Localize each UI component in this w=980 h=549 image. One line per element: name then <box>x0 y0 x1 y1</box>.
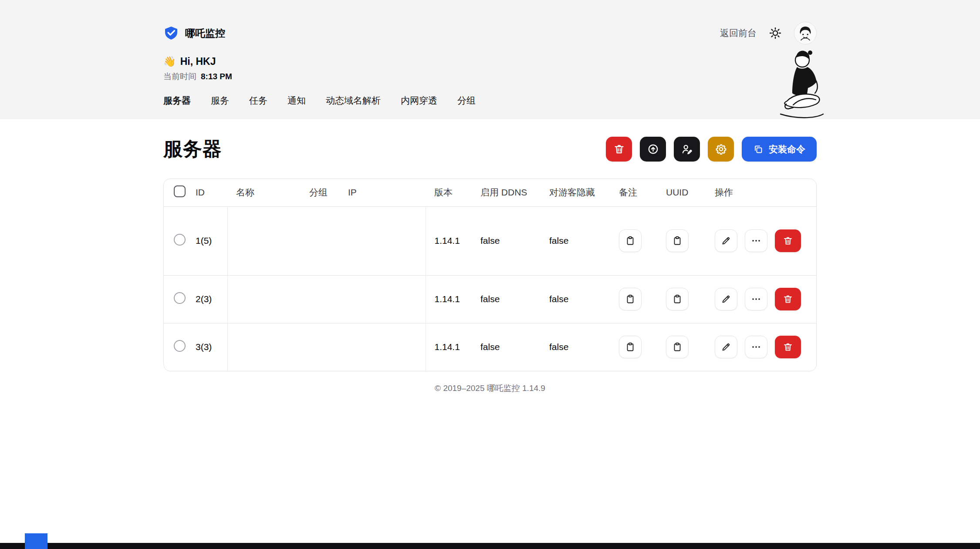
cell-group <box>301 206 339 275</box>
trash-icon <box>613 143 625 155</box>
trash-icon <box>783 236 793 246</box>
column-header-uuid: UUID <box>657 179 706 206</box>
main-content: 服务器 <box>0 136 980 394</box>
copy-note-button[interactable] <box>619 229 642 252</box>
cell-group <box>301 275 339 323</box>
nav-item-ddns[interactable]: 动态域名解析 <box>326 94 381 107</box>
install-command-button[interactable]: 安装命令 <box>742 137 817 162</box>
copy-note-button[interactable] <box>619 288 642 310</box>
copy-uuid-button[interactable] <box>666 229 689 252</box>
copy-note-button[interactable] <box>619 336 642 358</box>
ellipsis-icon <box>751 342 761 352</box>
delete-row-button[interactable] <box>775 336 801 358</box>
batch-edit-button[interactable] <box>674 137 700 162</box>
cell-group <box>301 323 339 371</box>
nav-item-groups[interactable]: 分组 <box>457 94 476 107</box>
servers-table: ID 名称 分组 IP 版本 启用 DDNS 对游客隐藏 备注 UUID 操作 <box>163 179 817 371</box>
greeting: 👋 Hi, HKJ <box>163 56 817 67</box>
column-header-group: 分组 <box>301 179 339 206</box>
edit-row-button[interactable] <box>715 288 737 310</box>
bottom-taskbar <box>0 543 980 549</box>
edit-row-button[interactable] <box>715 229 737 252</box>
time-label: 当前时间 <box>163 71 196 82</box>
clipboard-icon <box>672 294 683 304</box>
cell-ddns: false <box>472 206 541 275</box>
cell-ddns: false <box>472 323 541 371</box>
cell-ddns: false <box>472 275 541 323</box>
install-command-label: 安装命令 <box>769 143 805 155</box>
pencil-icon <box>721 236 731 246</box>
column-header-name: 名称 <box>227 179 301 206</box>
cell-version: 1.14.1 <box>426 275 472 323</box>
pencil-icon <box>721 294 731 304</box>
gear-icon <box>715 143 727 155</box>
page-title: 服务器 <box>163 136 222 162</box>
cell-name <box>227 275 301 323</box>
copyright-text: © 2019–2025 哪吒监控 1.14.9 <box>163 383 817 394</box>
cell-ip <box>339 323 426 371</box>
column-header-hide: 对游客隐藏 <box>541 179 610 206</box>
clipboard-icon <box>625 342 635 352</box>
cell-version: 1.14.1 <box>426 206 472 275</box>
clipboard-icon <box>625 236 635 246</box>
cell-ip <box>339 275 426 323</box>
delete-row-button[interactable] <box>775 288 801 310</box>
row-checkbox[interactable] <box>174 292 186 304</box>
column-header-id: ID <box>187 179 227 206</box>
avatar[interactable] <box>794 22 817 44</box>
brand[interactable]: 哪吒监控 <box>163 25 225 41</box>
theme-toggle-button[interactable] <box>769 27 782 40</box>
clipboard-icon <box>672 342 683 352</box>
table-row: 3(3) 1.14.1 false false <box>164 323 817 371</box>
upload-button[interactable] <box>640 137 666 162</box>
delete-row-button[interactable] <box>775 229 801 252</box>
row-checkbox[interactable] <box>174 234 186 246</box>
column-header-actions: 操作 <box>706 179 817 206</box>
ellipsis-icon <box>751 294 761 304</box>
copy-icon <box>753 144 764 155</box>
back-to-frontend-link[interactable]: 返回前台 <box>720 27 757 39</box>
time-value: 8:13 PM <box>201 72 232 81</box>
nav-item-servers[interactable]: 服务器 <box>163 94 191 107</box>
settings-button[interactable] <box>708 137 734 162</box>
nav-item-nat[interactable]: 内网穿透 <box>401 94 437 107</box>
cell-hide: false <box>541 323 610 371</box>
table-row: 2(3) 1.14.1 false false <box>164 275 817 323</box>
column-header-ip: IP <box>339 179 426 206</box>
arrow-up-circle-icon <box>647 143 659 155</box>
brand-name: 哪吒监控 <box>185 27 225 40</box>
ellipsis-icon <box>751 236 761 246</box>
copy-uuid-button[interactable] <box>666 336 689 358</box>
delete-selected-button[interactable] <box>606 137 632 162</box>
nav-item-tasks[interactable]: 任务 <box>249 94 267 107</box>
taskbar-app-tile[interactable] <box>25 533 47 549</box>
cell-ip <box>339 206 426 275</box>
select-all-checkbox[interactable] <box>174 185 186 197</box>
user-edit-icon <box>681 143 693 155</box>
greeting-text: Hi, HKJ <box>180 56 216 67</box>
cell-name <box>227 206 301 275</box>
table-header-row: ID 名称 分组 IP 版本 启用 DDNS 对游客隐藏 备注 UUID 操作 <box>164 179 817 206</box>
copy-uuid-button[interactable] <box>666 288 689 310</box>
table-row: 1(5) 1.14.1 false false <box>164 206 817 275</box>
nav-item-services[interactable]: 服务 <box>211 94 229 107</box>
cell-id: 3(3) <box>187 323 227 371</box>
more-actions-button[interactable] <box>745 288 767 310</box>
toolbar: 安装命令 <box>606 137 817 162</box>
more-actions-button[interactable] <box>745 336 767 358</box>
cell-hide: false <box>541 275 610 323</box>
column-header-ddns: 启用 DDNS <box>472 179 541 206</box>
clipboard-icon <box>625 294 635 304</box>
cell-hide: false <box>541 206 610 275</box>
nav-item-notifications[interactable]: 通知 <box>287 94 306 107</box>
trash-icon <box>783 294 793 304</box>
edit-row-button[interactable] <box>715 336 737 358</box>
more-actions-button[interactable] <box>745 229 767 252</box>
sun-icon <box>769 27 782 40</box>
wave-emoji-icon: 👋 <box>163 56 176 67</box>
trash-icon <box>783 342 793 352</box>
cell-name <box>227 323 301 371</box>
nezha-logo-icon <box>163 25 179 41</box>
row-checkbox[interactable] <box>174 340 186 352</box>
cell-version: 1.14.1 <box>426 323 472 371</box>
